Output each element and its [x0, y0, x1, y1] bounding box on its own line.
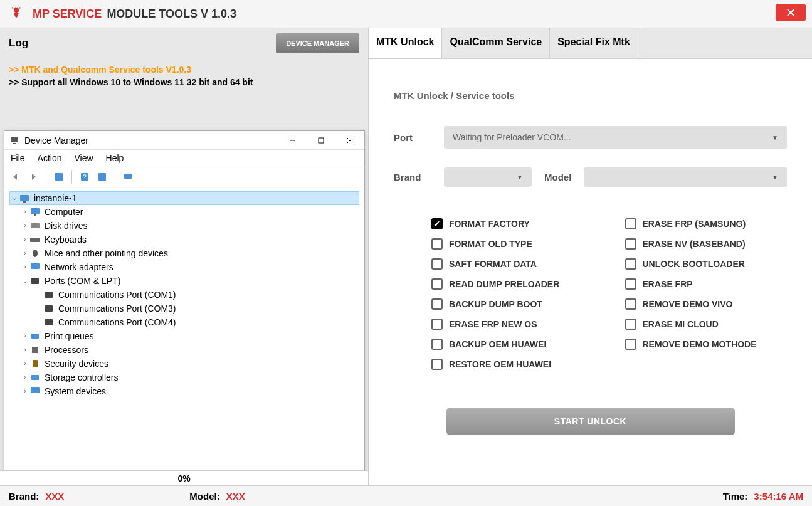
menu-action[interactable]: Action	[38, 153, 62, 163]
properties-icon[interactable]	[51, 169, 66, 184]
disk-icon	[29, 220, 41, 231]
option-checkbox[interactable]: READ DUMP PRELOADER	[431, 278, 594, 290]
option-checkbox[interactable]: REMOVE DEMO VIVO	[625, 298, 788, 310]
checkbox-icon	[431, 339, 443, 350]
statusbar: Brand: XXX Model: XXX Time: 3:54:16 AM	[0, 485, 812, 506]
checkbox-icon	[431, 238, 443, 250]
option-checkbox[interactable]: ERASE FRP (SAMSUNG)	[625, 218, 788, 229]
tree-node[interactable]: ›Storage controllers	[9, 371, 359, 384]
svg-rect-11	[20, 195, 29, 201]
tree-node[interactable]: ›Network adapters	[9, 260, 359, 274]
option-label: SAFT FORMAT DATA	[449, 259, 537, 269]
app-logo-icon: ONLINE	[8, 5, 25, 23]
option-checkbox[interactable]: ✓FORMAT FACTORY	[431, 218, 594, 229]
tree-node[interactable]: ›Computer	[9, 205, 359, 219]
tree-node[interactable]: ›Mice and other pointing devices	[9, 246, 359, 260]
monitor-icon[interactable]	[120, 169, 135, 184]
tree-node[interactable]: ›Disk drives	[9, 219, 359, 233]
checkbox-icon	[625, 298, 636, 310]
option-checkbox[interactable]: BACKUP DUMP BOOT	[431, 298, 594, 310]
svg-rect-22	[45, 319, 53, 325]
checkbox-icon	[625, 319, 636, 330]
scan-icon[interactable]	[95, 169, 110, 184]
svg-rect-18	[31, 263, 40, 269]
svg-point-17	[33, 250, 38, 257]
tab-mtk-unlock[interactable]: MTK Unlock	[369, 28, 442, 58]
svg-rect-12	[23, 201, 26, 203]
options-grid: ✓FORMAT FACTORYERASE FRP (SAMSUNG)FORMAT…	[394, 218, 787, 370]
brand-label: Brand	[394, 172, 431, 182]
back-icon[interactable]	[8, 169, 23, 184]
tree-leaf[interactable]: Communications Port (COM4)	[9, 315, 359, 329]
help-icon[interactable]: ?	[77, 169, 92, 184]
status-model-value: XXX	[226, 491, 245, 502]
option-label: READ DUMP PRELOADER	[449, 279, 559, 289]
port-icon	[43, 289, 55, 300]
svg-rect-16	[30, 238, 40, 242]
forward-icon[interactable]	[26, 169, 41, 184]
tree-node[interactable]: ›Processors	[9, 343, 359, 357]
option-checkbox[interactable]: ERASE NV (BASEBAND)	[625, 238, 788, 250]
devmgr-app-icon	[9, 135, 19, 145]
option-label: ERASE NV (BASEBAND)	[643, 239, 746, 249]
status-brand-value: XXX	[45, 491, 64, 502]
menu-view[interactable]: View	[74, 153, 93, 163]
svg-rect-26	[31, 375, 39, 380]
close-button[interactable]	[776, 4, 806, 21]
tree-node[interactable]: ›Keyboards	[9, 233, 359, 246]
option-checkbox[interactable]: REMOVE DEMO MOTHODE	[625, 339, 788, 350]
option-checkbox[interactable]: SAFT FORMAT DATA	[431, 258, 594, 270]
tab-special-fix-mtk[interactable]: Special Fix Mtk	[550, 28, 638, 58]
log-line: >> Support all Windows 10 to Windows 11 …	[9, 76, 359, 89]
option-checkbox[interactable]: ERASE FRP NEW OS	[431, 319, 594, 330]
right-panel: MTK Unlock QualComm Service Special Fix …	[369, 28, 812, 485]
option-checkbox[interactable]: ERASE FRP	[625, 278, 788, 290]
panel-title: MTK Unlock / Service tools	[394, 90, 787, 101]
status-brand-label: Brand:	[9, 491, 39, 502]
tree-leaf[interactable]: Communications Port (COM3)	[9, 302, 359, 315]
port-dropdown[interactable]: Waiting for Preloader VCOM... ▼	[444, 126, 787, 149]
computer-icon	[19, 192, 30, 204]
model-dropdown[interactable]: ▼	[584, 167, 787, 187]
option-label: FORMAT OLD TYPE	[449, 239, 532, 249]
svg-rect-2	[11, 137, 18, 142]
maximize-button[interactable]	[307, 131, 335, 150]
tree-root[interactable]: ⌄instanoie-1	[9, 191, 359, 205]
mouse-icon	[29, 248, 41, 259]
option-checkbox[interactable]: RESTORE OEM HUAWEI	[431, 359, 594, 370]
start-unlock-button[interactable]: START UNLOCK	[446, 408, 735, 435]
tree-node[interactable]: ›Security devices	[9, 357, 359, 371]
checkbox-icon	[431, 298, 443, 310]
port-value: Waiting for Preloader VCOM...	[453, 132, 571, 142]
log-content: >> MTK and Qualcomm Service tools V1.0.3…	[0, 59, 368, 88]
port-label: Port	[394, 132, 431, 143]
checkbox-icon	[625, 278, 636, 290]
menu-file[interactable]: File	[11, 153, 25, 163]
tree-node[interactable]: ›Print queues	[9, 329, 359, 343]
checkbox-icon	[431, 359, 443, 370]
svg-text:ONLINE: ONLINE	[12, 6, 21, 9]
storage-icon	[29, 372, 41, 383]
option-checkbox[interactable]: UNLOCK BOOTLOADER	[625, 258, 788, 270]
minimize-button[interactable]	[278, 131, 307, 150]
option-checkbox[interactable]: ERASE MI CLOUD	[625, 319, 788, 330]
checkbox-icon	[625, 339, 636, 350]
port-icon	[29, 275, 41, 287]
svg-rect-10	[124, 174, 132, 179]
menu-help[interactable]: Help	[106, 153, 124, 163]
close-window-button[interactable]	[335, 131, 364, 150]
tab-qualcomm-service[interactable]: QualComm Service	[442, 28, 550, 58]
tree-node[interactable]: ›System devices	[9, 384, 359, 398]
option-label: REMOVE DEMO VIVO	[643, 299, 733, 309]
tree-leaf[interactable]: Communications Port (COM1)	[9, 288, 359, 302]
option-checkbox[interactable]: BACKUP OEM HUAWEI	[431, 339, 594, 350]
svg-rect-14	[34, 214, 36, 216]
tree-node[interactable]: ⌄Ports (COM & LPT)	[9, 274, 359, 288]
device-manager-button[interactable]: DEVICE MANAGER	[276, 33, 359, 53]
svg-rect-24	[32, 347, 38, 353]
keyboard-icon	[29, 234, 41, 245]
brand-dropdown[interactable]: ▼	[444, 167, 532, 187]
svg-rect-5	[319, 138, 324, 143]
option-checkbox[interactable]: FORMAT OLD TYPE	[431, 238, 594, 250]
devmgr-tree[interactable]: ⌄instanoie-1›Computer›Disk drives›Keyboa…	[4, 187, 364, 402]
